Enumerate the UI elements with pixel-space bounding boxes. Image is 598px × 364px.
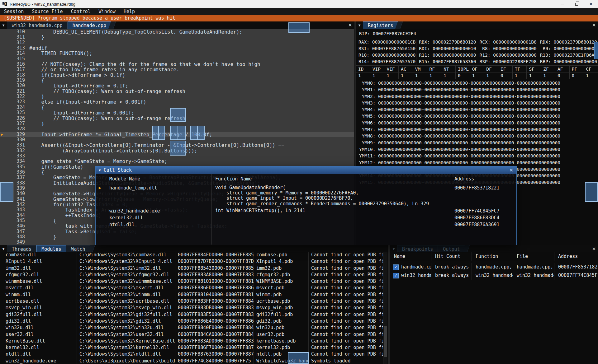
code-text: Assert((&Input->Controllers[0].Terminato…: [29, 142, 284, 148]
code-line[interactable]: ▶ 314 TIMED_FUNCTION();: [0, 51, 354, 56]
module-row[interactable]: win32u.dll C:\Windows\System32\win32u.dl…: [0, 324, 383, 331]
breakpoint-checkbox[interactable]: ✓: [393, 264, 399, 270]
code-line[interactable]: ▶ 324 {: [0, 105, 354, 110]
column-header-hit[interactable]: Hit Count: [431, 252, 472, 261]
breakpoint-row[interactable]: ✓ handmade.cp break always handmade.cpp,…: [390, 263, 598, 271]
call-stack-frame[interactable]: ▶ handmade_temp.dll void GameUpdateAndRe…: [96, 184, 516, 208]
column-header-function[interactable]: Function Name: [215, 176, 252, 182]
flag-value: 0: [570, 72, 584, 79]
code-line[interactable]: ▶ 320 Input->dtForFrame = 0.1f;: [0, 83, 354, 88]
column-header-module[interactable]: Module Name: [109, 176, 140, 182]
code-text: }: [29, 35, 44, 40]
editor-tab-strip: ▼ win32_handmade.cpphandmade.cpp ✕: [0, 21, 354, 29]
vertical-splitter[interactable]: [387, 245, 390, 364]
module-row[interactable]: kernel32.dll C:\Windows\System32\kernel3…: [0, 344, 383, 351]
menu-item[interactable]: Window: [95, 8, 120, 15]
call-stack-frame[interactable]: ▶ ntdll.dll 00007FF8876A3691: [96, 221, 516, 228]
flag-value: 1: [527, 72, 541, 79]
code-line[interactable]: ▶ 318 if(Input->dtForFrame > 0.1f): [0, 72, 354, 78]
module-status: Cannot find or open PDB fil: [309, 252, 383, 258]
module-pdb: kernelbase.pdb: [254, 338, 309, 344]
call-stack-close-icon[interactable]: ✕: [509, 167, 513, 173]
code-line[interactable]: ▶ 327 }: [0, 121, 354, 126]
module-row[interactable]: cfgmgr32.dll C:\Windows\System32\cfgmgr3…: [0, 272, 383, 278]
menu-item[interactable]: Help: [120, 8, 139, 15]
column-header-address[interactable]: Address: [454, 176, 474, 182]
code-line[interactable]: ▶ 333: [0, 153, 354, 159]
modules-scrollbar-thumb[interactable]: [384, 326, 387, 357]
divider: [96, 183, 516, 183]
module-pdb: user32.pdb: [254, 331, 309, 338]
code-line[interactable]: ▶ 323 else if(Input->dtForFrame < 0.001f…: [0, 99, 354, 105]
call-stack-header[interactable]: ▼ Call Stack ✕: [96, 166, 516, 174]
code-line[interactable]: ▶ 330: [0, 137, 354, 142]
line-number: 337: [0, 175, 29, 180]
code-text: // NOTE(casey): Clamp the dt for the fra…: [29, 62, 260, 67]
call-stack-frame[interactable]: ▶ kernel32.dll 00007FF886F83DC4: [96, 214, 516, 221]
editor-tab[interactable]: handmade.cpp: [68, 21, 111, 29]
close-button[interactable]: ✕: [584, 0, 598, 8]
code-line[interactable]: ▶ 325 Input->dtForFrame = 0.001f;: [0, 110, 354, 115]
module-row[interactable]: msvcp_win.dll C:\Windows\System32\msvcp_…: [0, 305, 383, 311]
code-line[interactable]: ▶ 310 DEBUG_UI_ELEMENT(DebugType_TopCloc…: [0, 29, 354, 35]
restore-button[interactable]: [569, 0, 584, 8]
module-row[interactable]: win32_handmade.exe C:\Users\x13pixels\Do…: [0, 358, 383, 364]
module-path: C:\Windows\System32\winmmbase.dll: [77, 278, 175, 285]
divider: [390, 261, 598, 261]
register-value: R9: 0000000000000000: [538, 45, 598, 52]
modules-scrollbar[interactable]: [383, 252, 387, 364]
code-line[interactable]: ▶ 321 // TODO(casey): Warn on out-of-ran…: [0, 89, 354, 94]
code-line[interactable]: ▶ 326 // TODO(casey): Warn on out-of-ran…: [0, 116, 354, 121]
registers-scrollbar-thumb[interactable]: [594, 42, 598, 59]
code-line[interactable]: ▶ 322 }: [0, 94, 354, 99]
breakpoint-row[interactable]: ✓ win32_handm break always win32_handmad…: [390, 271, 598, 280]
registers-close-icon[interactable]: ✕: [590, 21, 598, 29]
breakpoint-checkbox[interactable]: ✓: [393, 273, 399, 278]
code-line[interactable]: ▶ 312: [0, 40, 354, 45]
module-name: winmmbase.dll: [0, 278, 77, 285]
code-line[interactable]: ▶ 313 #endif: [0, 45, 354, 51]
editor-close-icon[interactable]: ✕: [346, 21, 354, 29]
column-header-function[interactable]: Function: [472, 252, 513, 261]
register-value: RDX: 000002379D6B0120: [538, 39, 598, 45]
module-row[interactable]: user32.dll C:\Windows\System32\user32.dl…: [0, 331, 383, 338]
module-row[interactable]: winmm.dll C:\Windows\System32\winmm.dll …: [0, 292, 383, 298]
module-row[interactable]: XInput1_4.dll C:\Windows\System32\XInput…: [0, 258, 383, 265]
code-line[interactable]: ▶ 334 game_state *GameState = Memory->Ga…: [0, 159, 354, 164]
column-header-name[interactable]: Name: [390, 252, 431, 261]
module-row[interactable]: ntdll.dll C:\Windows\System32\ntdll.dll …: [0, 351, 383, 357]
module-row[interactable]: gdi32full.dll C:\Windows\System32\gdi32f…: [0, 311, 383, 318]
module-row[interactable]: msvcrt.dll C:\Windows\System32\msvcrt.dl…: [0, 285, 383, 291]
minimize-button[interactable]: [555, 0, 569, 8]
code-line[interactable]: ▶ 315: [0, 56, 354, 62]
code-text: TIMED_FUNCTION();: [29, 51, 92, 56]
flag-name: VM: [413, 66, 427, 72]
editor-tab[interactable]: win32_handmade.cpp: [7, 21, 68, 29]
module-row[interactable]: winmmbase.dll C:\Windows\System32\winmmb…: [0, 278, 383, 285]
code-line[interactable]: ▶ 329 Input->dtForFrame *= Global_Timest…: [0, 132, 354, 137]
module-row[interactable]: gdi32.dll C:\Windows\System32\gdi32.dll …: [0, 318, 383, 324]
column-header-address[interactable]: Address: [554, 252, 598, 261]
code-line[interactable]: ▶ 331 Assert((&Input->Controllers[0].Ter…: [0, 142, 354, 148]
menu-item[interactable]: Control: [67, 8, 95, 15]
column-header-file[interactable]: File: [513, 252, 554, 261]
code-line[interactable]: ▶ 311 }: [0, 35, 354, 40]
call-stack-frame[interactable]: ▶ win32_handmade.exe int WinMainCRTStart…: [96, 208, 516, 214]
module-path: C:\Windows\System32\msvcp_win.dll: [77, 305, 175, 311]
module-row[interactable]: ucrtbase.dll C:\Windows\System32\ucrtbas…: [0, 298, 383, 305]
line-number: 313: [0, 45, 29, 51]
code-line[interactable]: ▶ 328: [0, 126, 354, 132]
code-line[interactable]: ▶ 332 (ArrayCount(Input->Controllers[0].…: [0, 148, 354, 153]
module-path: C:\Windows\System32\ntdll.dll: [77, 351, 175, 357]
code-line[interactable]: ▶ 317 // or too low frame rates in any c…: [0, 67, 354, 72]
tab-registers[interactable]: Registers: [363, 21, 398, 29]
code-line[interactable]: ▶ 316 // NOTE(casey): Clamp the dt for t…: [0, 62, 354, 67]
code-line[interactable]: ▶ 319 {: [0, 78, 354, 83]
menu-item[interactable]: Session: [0, 8, 28, 15]
module-row[interactable]: combase.dll C:\Windows\System32\combase.…: [0, 252, 383, 258]
chevron-down-icon[interactable]: ▼: [356, 21, 363, 29]
module-row[interactable]: KernelBase.dll C:\Windows\System32\Kerne…: [0, 338, 383, 344]
menu-item[interactable]: Source File: [28, 8, 67, 15]
module-row[interactable]: imm32.dll C:\Windows\System32\imm32.dll …: [0, 265, 383, 272]
chevron-down-icon[interactable]: ▼: [0, 21, 7, 29]
